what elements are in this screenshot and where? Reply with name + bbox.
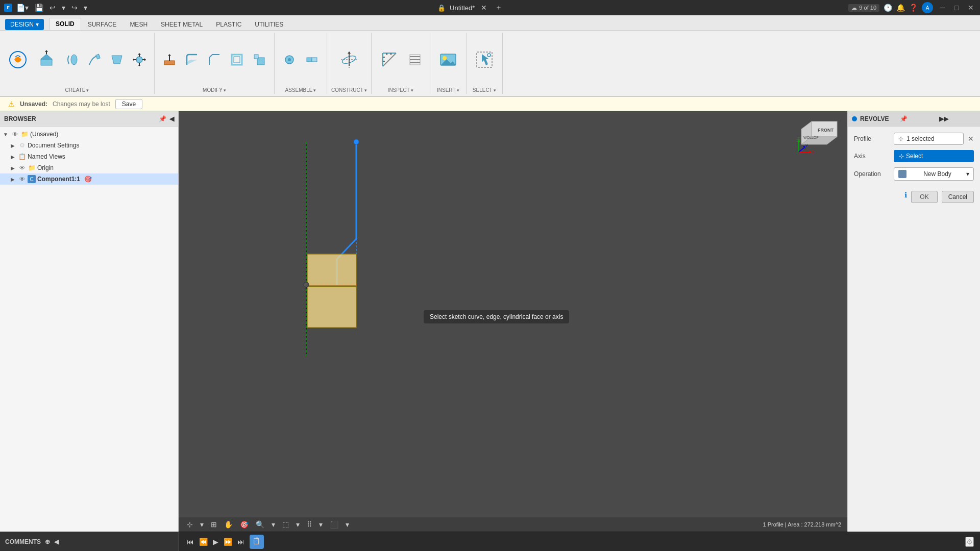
tree-item-root[interactable]: ▼ 👁 📁 (Unsaved) xyxy=(0,129,178,140)
add-tab[interactable]: ＋ xyxy=(493,2,504,13)
tree-arrow-component1[interactable]: ▶ xyxy=(9,177,16,182)
maximize-btn[interactable]: □ xyxy=(951,3,962,13)
select-mode-dropdown[interactable]: ▾ xyxy=(198,519,206,530)
undo-btn[interactable]: ↩ xyxy=(47,3,58,13)
panel-pin-icon[interactable]: 📌 xyxy=(900,115,937,122)
save-button[interactable]: Save xyxy=(115,99,142,109)
svg-marker-33 xyxy=(348,52,351,54)
view-cube[interactable]: FRONT WOLLOF X Z Y xyxy=(796,116,842,157)
file-menu[interactable]: 📄▾ xyxy=(14,3,31,13)
tab-surface[interactable]: SURFACE xyxy=(81,18,124,30)
bell-icon[interactable]: 🔔 xyxy=(896,4,905,12)
zoom-btn[interactable]: 🔍 xyxy=(254,519,266,530)
browser-pin-icon[interactable]: 📌 xyxy=(159,115,166,122)
insert-image-btn[interactable] xyxy=(434,47,462,72)
grid-dots-dropdown[interactable]: ▾ xyxy=(317,519,325,530)
close-tab[interactable]: ✕ xyxy=(479,3,489,13)
tree-item-doc-settings[interactable]: ▶ ⚙ Document Settings xyxy=(0,140,178,151)
tab-title[interactable]: Untitled* xyxy=(450,4,475,12)
press-pull-btn[interactable] xyxy=(159,49,180,70)
browser-collapse-icon[interactable]: ◀ xyxy=(169,115,174,122)
cancel-button[interactable]: Cancel xyxy=(942,191,974,203)
select-icon xyxy=(474,49,495,70)
info-icon[interactable]: ℹ xyxy=(904,191,907,203)
sweep-btn[interactable] xyxy=(84,49,105,70)
look-at-btn[interactable]: 🎯 xyxy=(238,519,251,530)
grid-dots-btn[interactable]: ⠿ xyxy=(305,519,314,530)
redo-dropdown[interactable]: ▾ xyxy=(82,3,89,13)
create-label[interactable]: CREATE xyxy=(65,85,89,93)
undo-dropdown[interactable]: ▾ xyxy=(60,3,67,13)
tab-plastic[interactable]: PLASTIC xyxy=(209,18,248,30)
new-component-assemble-btn[interactable] xyxy=(279,49,300,70)
select-label[interactable]: SELECT xyxy=(473,85,496,93)
clock-icon[interactable]: 🕐 xyxy=(884,4,892,12)
tree-arrow-root[interactable]: ▼ xyxy=(2,132,9,137)
display-dropdown[interactable]: ▾ xyxy=(294,519,302,530)
new-component-btn[interactable] xyxy=(4,47,32,72)
tab-sheet-metal[interactable]: SHEET METAL xyxy=(154,18,209,30)
target-icon[interactable]: 🎯 xyxy=(84,175,92,183)
play-next-btn[interactable]: ⏩ xyxy=(224,538,232,546)
axis-select-button[interactable]: ⊹ Select xyxy=(894,150,974,162)
zebra-analysis-btn[interactable] xyxy=(404,49,426,70)
move-btn[interactable] xyxy=(129,49,150,70)
close-btn[interactable]: ✕ xyxy=(966,3,976,13)
scale-btn[interactable] xyxy=(249,49,270,70)
chamfer-btn[interactable] xyxy=(204,49,225,70)
loft-btn[interactable] xyxy=(106,49,128,70)
timeline-settings-btn[interactable]: ⚙ xyxy=(965,537,974,547)
select-mode-btn[interactable]: ⊹ xyxy=(185,519,195,530)
ok-button[interactable]: OK xyxy=(911,191,937,203)
assemble-label[interactable]: ASSEMBLE xyxy=(285,85,316,93)
visibility-icon-origin[interactable]: 👁 xyxy=(18,164,26,172)
modify-label[interactable]: MODIFY xyxy=(203,85,226,93)
redo-btn[interactable]: ↪ xyxy=(69,3,80,13)
zoom-dropdown[interactable]: ▾ xyxy=(270,519,277,530)
help-icon[interactable]: ❓ xyxy=(909,4,918,12)
env-btn[interactable]: ⬛ xyxy=(328,519,340,530)
select-btn[interactable] xyxy=(471,47,498,72)
env-dropdown[interactable]: ▾ xyxy=(344,519,351,530)
orbit-btn[interactable]: ✋ xyxy=(222,519,235,530)
tree-item-named-views[interactable]: ▶ 📋 Named Views xyxy=(0,151,178,162)
cloud-badge[interactable]: ☁ 9 of 10 xyxy=(848,4,879,12)
play-btn[interactable]: ▶ xyxy=(213,538,218,546)
tab-solid[interactable]: SOLID xyxy=(49,18,81,30)
inspect-label[interactable]: INSPECT xyxy=(388,85,413,93)
tree-item-origin[interactable]: ▶ 👁 📁 Origin xyxy=(0,162,178,173)
play-last-btn[interactable]: ⏭ xyxy=(237,538,244,546)
viewport[interactable]: FRONT WOLLOF X Z Y xyxy=(179,111,847,532)
tree-arrow-views[interactable]: ▶ xyxy=(9,154,16,160)
profile-clear-btn[interactable]: ✕ xyxy=(968,135,974,143)
minimize-btn[interactable]: ─ xyxy=(937,3,947,13)
tree-arrow-origin[interactable]: ▶ xyxy=(9,165,16,171)
tree-item-component1[interactable]: ▶ 👁 C Component1:1 🎯 xyxy=(0,173,178,185)
design-button[interactable]: DESIGN ▾ xyxy=(5,19,44,30)
user-avatar[interactable]: A xyxy=(922,2,933,13)
fillet-btn[interactable] xyxy=(181,49,203,70)
shell-btn[interactable] xyxy=(226,49,248,70)
measure-btn[interactable] xyxy=(376,47,403,72)
extrude-btn[interactable] xyxy=(33,47,60,72)
save-btn-toolbar[interactable]: 💾 xyxy=(33,3,45,13)
revolve-btn[interactable] xyxy=(61,49,83,70)
tab-mesh[interactable]: MESH xyxy=(123,18,154,30)
construct-main-btn[interactable] xyxy=(335,47,363,72)
visibility-icon-root[interactable]: 👁 xyxy=(11,130,19,138)
visibility-icon-comp1[interactable]: 👁 xyxy=(18,175,26,183)
panel-expand-icon[interactable]: ▶▶ xyxy=(939,115,976,122)
comments-add-icon[interactable]: ⊕ xyxy=(45,538,50,545)
joint-btn[interactable] xyxy=(301,49,323,70)
play-first-btn[interactable]: ⏮ xyxy=(187,538,194,546)
operation-dropdown[interactable]: New Body ▾ xyxy=(894,167,974,181)
grid-toggle-btn[interactable]: ⊞ xyxy=(209,519,219,530)
tab-utilities[interactable]: UTILITIES xyxy=(248,18,290,30)
display-mode-btn[interactable]: ⬚ xyxy=(280,519,291,530)
insert-label[interactable]: INSERT xyxy=(437,85,459,93)
tree-arrow-doc[interactable]: ▶ xyxy=(9,143,16,148)
operation-value: New Body xyxy=(923,170,951,178)
construct-label[interactable]: CONSTRUCT xyxy=(331,85,367,93)
play-prev-btn[interactable]: ⏪ xyxy=(199,538,208,546)
comments-collapse-icon[interactable]: ◀ xyxy=(54,538,59,545)
